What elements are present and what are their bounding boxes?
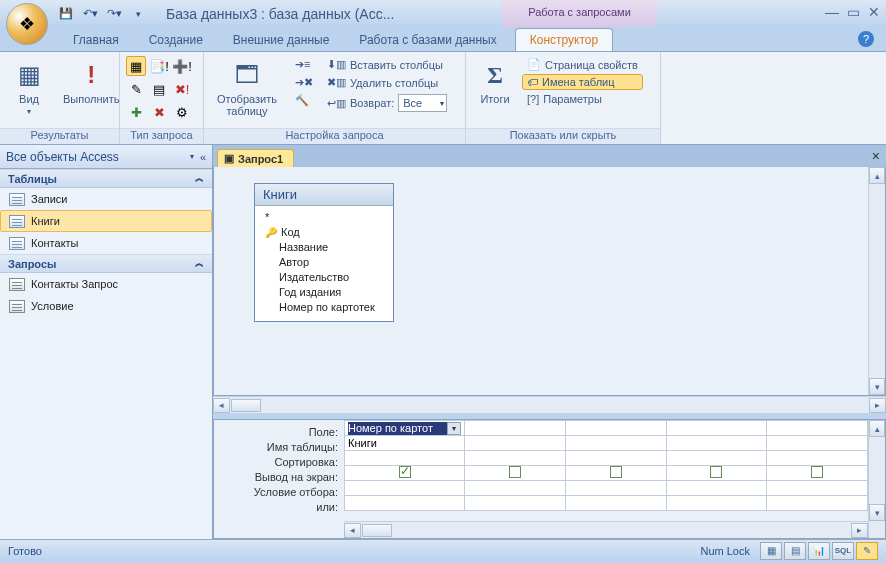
minimize-button[interactable]: — <box>825 4 839 20</box>
show-checkbox[interactable] <box>610 466 622 478</box>
table-names-button[interactable]: 🏷Имена таблиц <box>522 74 643 90</box>
qat-customize-icon[interactable]: ▾ <box>128 4 148 24</box>
delete-rows-button[interactable]: ➔✖ <box>290 74 318 91</box>
nav-item-kontakty-zapros[interactable]: Контакты Запрос <box>0 273 212 295</box>
pivot-chart-view-button[interactable]: 📊 <box>808 542 830 560</box>
union-icon[interactable]: ✚ <box>126 102 146 122</box>
redo-icon[interactable]: ↷▾ <box>104 4 124 24</box>
grid-h-scrollbar[interactable]: ◂▸ <box>344 521 868 538</box>
view-button[interactable]: ▦ Вид ▾ <box>6 56 52 119</box>
query-icon <box>9 278 25 291</box>
insert-columns-button[interactable]: ⬇▥Вставить столбцы <box>322 56 452 73</box>
table-cell[interactable]: Книги <box>345 436 465 451</box>
show-table-label: Отобразить таблицу <box>217 93 277 117</box>
criteria-cell[interactable] <box>345 481 465 496</box>
save-icon[interactable]: 💾 <box>56 4 76 24</box>
document-tab-zapros1[interactable]: ▣Запрос1 <box>217 149 294 167</box>
tab-database-tools[interactable]: Работа с базами данных <box>344 28 511 51</box>
group-query-setup-label: Настройка запроса <box>204 128 465 144</box>
sigma-icon: Σ <box>479 59 511 91</box>
append-icon[interactable]: ➕! <box>172 56 192 76</box>
or-cell[interactable] <box>345 496 465 511</box>
nav-item-knigi[interactable]: Книги <box>0 210 212 232</box>
close-button[interactable]: ✕ <box>868 4 880 20</box>
design-view-button[interactable]: ✎ <box>856 542 878 560</box>
vertical-scrollbar[interactable]: ▴▾ <box>868 167 885 395</box>
field-avtor[interactable]: Автор <box>265 255 383 270</box>
sql-view-button[interactable]: SQL <box>832 542 854 560</box>
nav-item-zapisi[interactable]: Записи <box>0 188 212 210</box>
restore-button[interactable]: ▭ <box>847 4 860 20</box>
delete-icon[interactable]: ✖! <box>172 79 192 99</box>
pivot-table-view-button[interactable]: ▤ <box>784 542 806 560</box>
parameters-icon: [?] <box>527 93 539 105</box>
run-button[interactable]: ! Выполнить <box>56 56 126 108</box>
close-document-icon[interactable]: × <box>872 148 880 164</box>
show-checkbox[interactable] <box>710 466 722 478</box>
help-icon[interactable]: ? <box>858 31 874 47</box>
nav-section-queries[interactable]: Запросы︽ <box>0 254 212 273</box>
chevron-down-icon[interactable]: ▾ <box>447 422 461 435</box>
scroll-right-icon[interactable]: ▸ <box>851 523 868 538</box>
table-field-list[interactable]: Книги * 🔑Код Название Автор Издательство… <box>254 183 394 322</box>
field-god-izdaniya[interactable]: Год издания <box>265 285 383 300</box>
query-design-grid[interactable]: Номер по картот▾ Книги <box>344 420 868 511</box>
field-kod[interactable]: 🔑Код <box>265 225 383 240</box>
scroll-thumb[interactable] <box>231 399 261 412</box>
table-icon <box>9 215 25 228</box>
table-icon <box>9 237 25 250</box>
grid-v-scrollbar[interactable]: ▴▾ <box>868 420 885 538</box>
show-checkbox[interactable] <box>345 466 465 481</box>
crosstab-icon[interactable]: ▤ <box>149 79 169 99</box>
undo-icon[interactable]: ↶▾ <box>80 4 100 24</box>
chevron-down-icon: ▾ <box>27 107 31 116</box>
datasheet-view-button[interactable]: ▦ <box>760 542 782 560</box>
nav-section-tables[interactable]: Таблицы︽ <box>0 169 212 188</box>
run-icon: ! <box>75 59 107 91</box>
totals-button[interactable]: Σ Итоги <box>472 56 518 108</box>
nav-item-uslovie[interactable]: Условие <box>0 295 212 317</box>
make-table-icon[interactable]: 📑! <box>149 56 169 76</box>
tab-home[interactable]: Главная <box>58 28 134 51</box>
tab-design[interactable]: Конструктор <box>515 28 613 51</box>
scroll-thumb[interactable] <box>362 524 392 537</box>
collapse-pane-icon[interactable]: « <box>200 151 206 163</box>
field-cell[interactable]: Номер по картот▾ <box>348 422 461 435</box>
chevron-down-icon: ▾ <box>440 99 444 108</box>
property-sheet-button[interactable]: 📄Страница свойств <box>522 56 643 73</box>
sort-cell[interactable] <box>345 451 465 466</box>
office-button[interactable]: ❖ <box>6 3 48 45</box>
data-definition-icon[interactable]: ⚙ <box>172 102 192 122</box>
tab-external-data[interactable]: Внешние данные <box>218 28 345 51</box>
field-izdatelstvo[interactable]: Издательство <box>265 270 383 285</box>
scroll-up-icon[interactable]: ▴ <box>869 167 885 184</box>
horizontal-scrollbar[interactable]: ◂▸ <box>213 396 886 413</box>
show-checkbox[interactable] <box>509 466 521 478</box>
select-query-icon[interactable]: ▦ <box>126 56 146 76</box>
scroll-down-icon[interactable]: ▾ <box>869 504 885 521</box>
scroll-left-icon[interactable]: ◂ <box>344 523 361 538</box>
field-nazvanie[interactable]: Название <box>265 240 383 255</box>
nav-header[interactable]: Все объекты Access ▾ « <box>0 145 212 169</box>
builder-button[interactable]: 🔨 <box>290 92 318 109</box>
query-design-surface[interactable]: Книги * 🔑Код Название Автор Издательство… <box>213 167 886 396</box>
field-star[interactable]: * <box>265 210 383 225</box>
scroll-right-icon[interactable]: ▸ <box>869 398 886 413</box>
nav-item-kontakty[interactable]: Контакты <box>0 232 212 254</box>
parameters-button[interactable]: [?]Параметры <box>522 91 643 107</box>
tab-create[interactable]: Создание <box>134 28 218 51</box>
return-row: ↩▥ Возврат: Все▾ <box>322 92 452 114</box>
return-combo[interactable]: Все▾ <box>398 94 447 112</box>
delete-columns-button[interactable]: ✖▥Удалить столбцы <box>322 74 452 91</box>
scroll-up-icon[interactable]: ▴ <box>869 420 885 437</box>
passthrough-icon[interactable]: ✖ <box>149 102 169 122</box>
show-table-button[interactable]: 🗔 Отобразить таблицу <box>210 56 284 120</box>
show-checkbox[interactable] <box>811 466 823 478</box>
group-results-label: Результаты <box>0 128 119 144</box>
insert-rows-button[interactable]: ➔≡ <box>290 56 318 73</box>
window-title: База данных3 : база данных (Acc... <box>166 6 394 22</box>
update-icon[interactable]: ✎ <box>126 79 146 99</box>
scroll-left-icon[interactable]: ◂ <box>213 398 230 413</box>
scroll-down-icon[interactable]: ▾ <box>869 378 885 395</box>
field-nomer[interactable]: Номер по картотек <box>265 300 383 315</box>
